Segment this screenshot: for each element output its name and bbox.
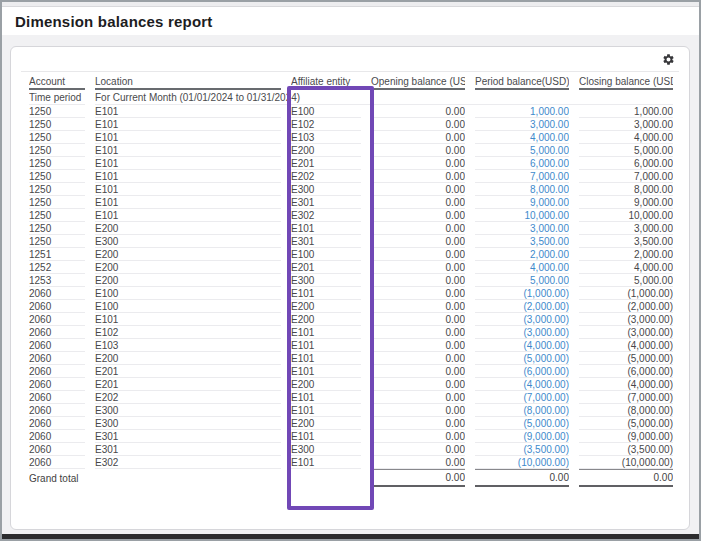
table-header-row: Account Location Affiliate entity Openin… bbox=[29, 74, 673, 90]
cell-period-balance-link[interactable]: 7,000.00 bbox=[475, 170, 569, 183]
cell-period-balance-link[interactable]: (10,000.00) bbox=[475, 456, 569, 469]
cell-closing-balance: 8,000.00 bbox=[579, 183, 673, 196]
cell-opening-balance: 0.00 bbox=[371, 443, 465, 456]
cell-affiliate-entity: E103 bbox=[291, 131, 361, 144]
cell-affiliate-entity: E200 bbox=[291, 378, 361, 391]
cell-period-balance-link[interactable]: 5,000.00 bbox=[475, 144, 569, 157]
cell-account: 1250 bbox=[29, 157, 85, 170]
report-content-area: Time period For Current Month (01/01/202… bbox=[2, 35, 699, 534]
cell-period-balance-link[interactable]: 4,000.00 bbox=[475, 261, 569, 274]
cell-location: E300 bbox=[95, 404, 281, 417]
cell-location: E200 bbox=[95, 222, 281, 235]
table-row: 1250 E101 E103 0.00 4,000.00 4,000.00 bbox=[29, 131, 673, 144]
cell-period-balance-link[interactable]: (4,000.00) bbox=[475, 339, 569, 352]
cell-location: E201 bbox=[95, 365, 281, 378]
cell-account: 1250 bbox=[29, 209, 85, 222]
cell-closing-balance: (5,000.00) bbox=[579, 352, 673, 365]
cell-period-balance-link[interactable]: 3,000.00 bbox=[475, 222, 569, 235]
table-row: 1253 E200 E300 0.00 5,000.00 5,000.00 bbox=[29, 274, 673, 287]
cell-period-balance-link[interactable]: (8,000.00) bbox=[475, 404, 569, 417]
cell-location: E101 bbox=[95, 157, 281, 170]
table-row: 2060 E201 E101 0.00 (6,000.00) (6,000.00… bbox=[29, 365, 673, 378]
cell-closing-balance: 4,000.00 bbox=[579, 131, 673, 144]
table-row: 1250 E101 E300 0.00 8,000.00 8,000.00 bbox=[29, 183, 673, 196]
cell-location: E300 bbox=[95, 235, 281, 248]
cell-account: 2060 bbox=[29, 352, 85, 365]
cell-location: E101 bbox=[95, 196, 281, 209]
time-period-label: Time period bbox=[29, 90, 85, 105]
cell-closing-balance: (6,000.00) bbox=[579, 365, 673, 378]
cell-affiliate-entity: E101 bbox=[291, 326, 361, 339]
cell-account: 1252 bbox=[29, 261, 85, 274]
cell-account: 1250 bbox=[29, 196, 85, 209]
cell-closing-balance: (4,000.00) bbox=[579, 378, 673, 391]
cell-period-balance-link[interactable]: 5,000.00 bbox=[475, 274, 569, 287]
cell-opening-balance: 0.00 bbox=[371, 287, 465, 300]
cell-opening-balance: 0.00 bbox=[371, 391, 465, 404]
cell-period-balance-link[interactable]: 3,000.00 bbox=[475, 118, 569, 131]
cell-location: E101 bbox=[95, 209, 281, 222]
cell-affiliate-entity: E101 bbox=[291, 287, 361, 300]
cell-period-balance-link[interactable]: 6,000.00 bbox=[475, 157, 569, 170]
cell-period-balance-link[interactable]: (6,000.00) bbox=[475, 365, 569, 378]
panel-toolbar bbox=[21, 47, 679, 72]
cell-opening-balance: 0.00 bbox=[371, 352, 465, 365]
cell-closing-balance: (1,000.00) bbox=[579, 287, 673, 300]
cell-location: E301 bbox=[95, 443, 281, 456]
cell-opening-balance: 0.00 bbox=[371, 326, 465, 339]
cell-period-balance-link[interactable]: (5,000.00) bbox=[475, 417, 569, 430]
cell-closing-balance: 5,000.00 bbox=[579, 274, 673, 287]
cell-closing-balance: (10,000.00) bbox=[579, 456, 673, 469]
settings-gear-icon[interactable] bbox=[660, 51, 676, 67]
cell-closing-balance: 9,000.00 bbox=[579, 196, 673, 209]
cell-period-balance-link[interactable]: (5,000.00) bbox=[475, 352, 569, 365]
cell-location: E101 bbox=[95, 313, 281, 326]
cell-period-balance-link[interactable]: (9,000.00) bbox=[475, 430, 569, 443]
cell-location: E103 bbox=[95, 339, 281, 352]
cell-period-balance-link[interactable]: (3,500.00) bbox=[475, 443, 569, 456]
cell-period-balance-link[interactable]: 10,000.00 bbox=[475, 209, 569, 222]
cell-location: E202 bbox=[95, 391, 281, 404]
table-row: 1250 E101 E102 0.00 3,000.00 3,000.00 bbox=[29, 118, 673, 131]
cell-period-balance-link[interactable]: 9,000.00 bbox=[475, 196, 569, 209]
cell-account: 2060 bbox=[29, 404, 85, 417]
cell-account: 2060 bbox=[29, 391, 85, 404]
cell-account: 1250 bbox=[29, 105, 85, 118]
cell-period-balance-link[interactable]: 3,500.00 bbox=[475, 235, 569, 248]
cell-affiliate-entity: E300 bbox=[291, 443, 361, 456]
cell-closing-balance: 10,000.00 bbox=[579, 209, 673, 222]
cell-period-balance-link[interactable]: 1,000.00 bbox=[475, 105, 569, 118]
cell-period-balance-link[interactable]: (3,000.00) bbox=[475, 326, 569, 339]
cell-period-balance-link[interactable]: 2,000.00 bbox=[475, 248, 569, 261]
cell-closing-balance: (3,000.00) bbox=[579, 326, 673, 339]
cell-opening-balance: 0.00 bbox=[371, 417, 465, 430]
cell-period-balance-link[interactable]: (2,000.00) bbox=[475, 300, 569, 313]
cell-closing-balance: 3,500.00 bbox=[579, 235, 673, 248]
cell-closing-balance: (9,000.00) bbox=[579, 430, 673, 443]
cell-affiliate-entity: E200 bbox=[291, 417, 361, 430]
table-row: 1250 E200 E101 0.00 3,000.00 3,000.00 bbox=[29, 222, 673, 235]
cell-affiliate-entity: E101 bbox=[291, 391, 361, 404]
cell-account: 2060 bbox=[29, 430, 85, 443]
cell-period-balance-link[interactable]: 8,000.00 bbox=[475, 183, 569, 196]
grand-total-label: Grand total bbox=[29, 469, 361, 487]
cell-affiliate-entity: E101 bbox=[291, 352, 361, 365]
cell-closing-balance: 4,000.00 bbox=[579, 261, 673, 274]
cell-closing-balance: 2,000.00 bbox=[579, 248, 673, 261]
cell-period-balance-link[interactable]: (4,000.00) bbox=[475, 378, 569, 391]
table-row: 2060 E200 E101 0.00 (5,000.00) (5,000.00… bbox=[29, 352, 673, 365]
cell-period-balance-link[interactable]: (3,000.00) bbox=[475, 313, 569, 326]
cell-affiliate-entity: E101 bbox=[291, 430, 361, 443]
gear-icon bbox=[662, 53, 675, 66]
cell-period-balance-link[interactable]: 4,000.00 bbox=[475, 131, 569, 144]
cell-account: 2060 bbox=[29, 378, 85, 391]
cell-affiliate-entity: E300 bbox=[291, 274, 361, 287]
cell-affiliate-entity: E302 bbox=[291, 209, 361, 222]
cell-opening-balance: 0.00 bbox=[371, 105, 465, 118]
table-row: 2060 E301 E101 0.00 (9,000.00) (9,000.00… bbox=[29, 430, 673, 443]
cell-period-balance-link[interactable]: (7,000.00) bbox=[475, 391, 569, 404]
cell-account: 1250 bbox=[29, 118, 85, 131]
table-row: 1250 E101 E301 0.00 9,000.00 9,000.00 bbox=[29, 196, 673, 209]
column-header-account: Account bbox=[29, 74, 85, 90]
cell-period-balance-link[interactable]: (1,000.00) bbox=[475, 287, 569, 300]
